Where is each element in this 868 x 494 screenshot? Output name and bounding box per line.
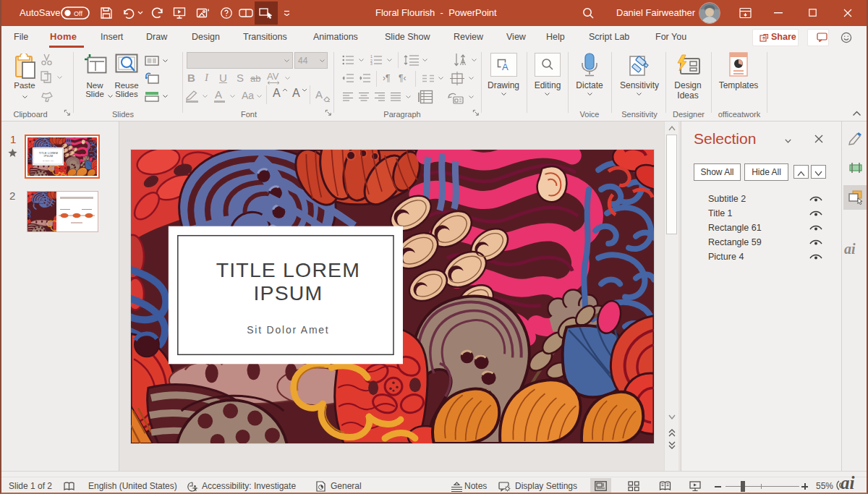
svg-text:AV: AV (267, 72, 279, 82)
svg-text:A: A (502, 61, 509, 71)
svg-text:3: 3 (370, 61, 373, 65)
svg-text:Off: Off (74, 10, 82, 17)
